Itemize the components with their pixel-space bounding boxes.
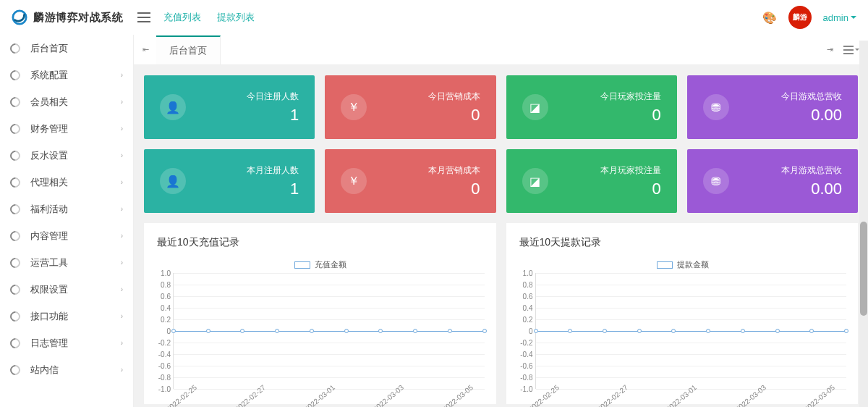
stat-text: 今日玩家投注量0 bbox=[600, 91, 661, 125]
stat-card[interactable]: ◪今日玩家投注量0 bbox=[506, 75, 677, 139]
stat-value: 0 bbox=[600, 180, 661, 198]
tab-options-icon[interactable] bbox=[843, 46, 859, 54]
data-point bbox=[482, 329, 487, 333]
x-tick: 2022-03-05 bbox=[803, 383, 836, 407]
stat-text: 本月玩家投注量0 bbox=[600, 164, 661, 198]
sidebar-item-9[interactable]: 权限设置› bbox=[0, 276, 133, 303]
tab-prev-icon[interactable]: ⇤ bbox=[142, 45, 149, 54]
y-tick: 1.0 bbox=[511, 269, 533, 277]
panel-title: 最近10天提款记录 bbox=[511, 236, 856, 259]
grid-line bbox=[174, 319, 485, 320]
stat-card[interactable]: ◪本月玩家投注量0 bbox=[506, 149, 677, 213]
stat-card[interactable]: 👤本月注册人数1 bbox=[144, 149, 315, 213]
data-point bbox=[378, 329, 383, 333]
sidebar-item-0[interactable]: 后台首页 bbox=[0, 35, 133, 62]
sidebar-item-12[interactable]: 站内信› bbox=[0, 356, 133, 383]
stat-card[interactable]: ￥本月营销成本0 bbox=[325, 149, 495, 213]
sidebar: 后台首页系统配置›会员相关›财务管理›反水设置›代理相关›福利活动›内容管理›运… bbox=[0, 35, 133, 407]
grid-line bbox=[536, 285, 847, 285]
stat-card[interactable]: 👤今日注册人数1 bbox=[144, 75, 315, 139]
sidebar-item-2[interactable]: 会员相关› bbox=[0, 88, 133, 115]
caret-down-icon bbox=[851, 16, 856, 22]
stat-card[interactable]: ￥今日营销成本0 bbox=[325, 75, 495, 139]
legend-label: 提款金额 bbox=[677, 259, 709, 270]
chevron-right-icon: › bbox=[121, 71, 123, 79]
sidebar-item-8[interactable]: 运营工具› bbox=[0, 249, 133, 276]
data-point bbox=[844, 329, 848, 333]
tab-next-icon[interactable]: ⇥ bbox=[827, 45, 833, 54]
top-link-withdraw[interactable]: 提款列表 bbox=[217, 11, 255, 24]
y-tick: -0.8 bbox=[511, 374, 533, 382]
sidebar-item-4[interactable]: 反水设置› bbox=[0, 142, 133, 169]
chevron-right-icon: › bbox=[121, 285, 123, 293]
y-tick: 0.8 bbox=[149, 281, 171, 289]
grid-line bbox=[536, 319, 847, 320]
sidebar-item-10[interactable]: 接口功能› bbox=[0, 303, 133, 330]
ring-icon bbox=[8, 68, 22, 83]
panel-title: 最近10天充值记录 bbox=[148, 236, 493, 259]
data-point bbox=[741, 329, 745, 333]
sidebar-item-label: 权限设置 bbox=[30, 283, 68, 296]
sidebar-item-7[interactable]: 内容管理› bbox=[0, 222, 133, 249]
x-tick: 2022-03-01 bbox=[665, 383, 698, 407]
ring-icon bbox=[8, 202, 22, 217]
person-icon: 👤 bbox=[160, 94, 186, 120]
sidebar-item-6[interactable]: 福利活动› bbox=[0, 196, 133, 222]
x-tick: 2022-03-05 bbox=[441, 383, 475, 407]
sidebar-item-label: 日志管理 bbox=[30, 337, 68, 350]
page-scrollbar[interactable] bbox=[859, 41, 868, 407]
tab-home[interactable]: 后台首页 bbox=[156, 35, 221, 64]
chart-panel: 最近10天提款记录提款金额1.00.80.60.40.20-0.2-0.4-0.… bbox=[506, 223, 859, 404]
y-tick: -1.0 bbox=[149, 385, 171, 393]
data-point bbox=[240, 329, 244, 333]
top-link-recharge[interactable]: 充值列表 bbox=[163, 11, 201, 24]
y-tick: -0.6 bbox=[149, 362, 171, 370]
y-tick: -1.0 bbox=[511, 385, 533, 393]
chart: 提款金额1.00.80.60.40.20-0.2-0.4-0.6-0.8-1.0… bbox=[511, 259, 856, 404]
sidebar-item-5[interactable]: 代理相关› bbox=[0, 169, 133, 196]
ticket-icon: ◪ bbox=[522, 94, 548, 120]
plot-area: 1.00.80.60.40.20-0.2-0.4-0.6-0.8-1.02022… bbox=[173, 273, 485, 389]
sidebar-item-1[interactable]: 系统配置› bbox=[0, 62, 133, 88]
stat-text: 今日游戏总营收0.00 bbox=[781, 91, 842, 125]
stat-card[interactable]: ⛃今日游戏总营收0.00 bbox=[687, 75, 858, 139]
stat-label: 今日玩家投注量 bbox=[600, 91, 661, 103]
grid-line bbox=[174, 308, 485, 309]
ring-icon bbox=[8, 95, 22, 109]
sidebar-item-11[interactable]: 日志管理› bbox=[0, 330, 133, 356]
stats-row-today: 👤今日注册人数1￥今日营销成本0◪今日玩家投注量0⛃今日游戏总营收0.00 bbox=[144, 75, 858, 139]
theme-icon[interactable]: 🎨 bbox=[762, 11, 777, 25]
stat-label: 本月营销成本 bbox=[428, 164, 480, 177]
sidebar-item-label: 系统配置 bbox=[30, 69, 68, 82]
data-point bbox=[171, 329, 176, 333]
grid-line bbox=[174, 285, 485, 285]
avatar[interactable]: 麟游 bbox=[788, 6, 812, 29]
header-right: 🎨 麟游 admin bbox=[762, 6, 856, 29]
chevron-right-icon: › bbox=[121, 259, 123, 267]
header: 麟游博弈对战系统 充值列表 提款列表 🎨 麟游 admin bbox=[0, 0, 868, 35]
x-tick: 2022-03-03 bbox=[734, 383, 767, 407]
grid-line bbox=[174, 366, 485, 366]
grid-line bbox=[536, 273, 847, 274]
x-tick: 2022-03-01 bbox=[303, 383, 336, 407]
chevron-right-icon: › bbox=[121, 125, 123, 133]
y-tick: 1.0 bbox=[149, 269, 171, 277]
data-point bbox=[775, 329, 780, 333]
stat-label: 本月游戏总营收 bbox=[781, 164, 842, 177]
sidebar-item-label: 代理相关 bbox=[30, 176, 68, 189]
ring-icon bbox=[8, 336, 22, 351]
y-tick: 0.6 bbox=[511, 293, 533, 301]
stat-card[interactable]: ⛃本月游戏总营收0.00 bbox=[687, 149, 858, 213]
sidebar-item-3[interactable]: 财务管理› bbox=[0, 115, 133, 142]
y-tick: -0.2 bbox=[511, 339, 533, 347]
sidebar-item-label: 站内信 bbox=[30, 364, 59, 377]
toggle-sidebar-icon[interactable] bbox=[137, 12, 150, 22]
grid-line bbox=[174, 343, 485, 343]
chart-panel: 最近10天充值记录充值金额1.00.80.60.40.20-0.2-0.4-0.… bbox=[144, 223, 496, 404]
scrollbar-thumb[interactable] bbox=[860, 222, 867, 316]
y-tick: -0.4 bbox=[511, 351, 533, 358]
ring-icon bbox=[8, 282, 22, 297]
user-menu[interactable]: admin bbox=[823, 12, 856, 23]
chevron-right-icon: › bbox=[121, 178, 123, 186]
data-point bbox=[809, 329, 814, 333]
